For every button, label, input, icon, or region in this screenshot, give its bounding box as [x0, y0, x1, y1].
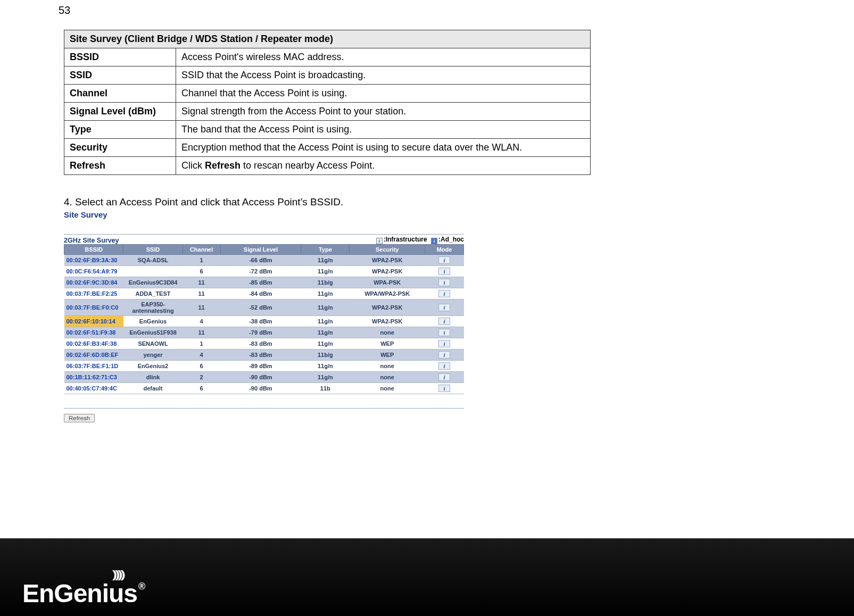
infrastructure-icon: i	[438, 268, 450, 275]
ssid-cell: default	[123, 383, 183, 394]
registered-mark: ®	[138, 581, 145, 592]
security-cell: WEP	[350, 338, 425, 349]
bssid-link[interactable]: 00:1B:11:62:71:C3	[64, 372, 123, 383]
legend-adhoc-text: :Ad_hoc	[438, 236, 464, 243]
type-cell: 11g/n	[301, 299, 350, 316]
wifi-icon: ))))	[112, 569, 123, 580]
bssid-link[interactable]: 00:03:7F:BE:F0:C0	[64, 299, 123, 316]
survey-column-header: SSID	[123, 245, 183, 255]
survey-row: 00:02:6F:51:F9:38EnGenius51F93811-79 dBm…	[64, 327, 464, 338]
security-cell: WPA-PSK	[350, 277, 425, 288]
type-cell: 11b/g	[301, 349, 350, 361]
infrastructure-icon: i	[438, 279, 450, 286]
channel-cell: 1	[183, 338, 220, 349]
ssid-cell: EnGenius51F938	[123, 327, 183, 338]
signal-cell: -85 dBm	[220, 277, 301, 288]
bssid-link[interactable]: 00:02:6F:6D:0B:EF	[64, 349, 123, 361]
ssid-cell: ADDA_TEST	[123, 288, 183, 299]
definitions-table: Site Survey (Client Bridge / WDS Station…	[64, 30, 591, 175]
engenius-logo: )))) EnGenius®	[22, 581, 145, 606]
type-cell: 11g/n	[301, 361, 350, 372]
bssid-link[interactable]: 00:03:7F:BE:F2:25	[64, 288, 123, 299]
infrastructure-icon: i	[438, 329, 450, 336]
infrastructure-icon: i	[438, 340, 450, 347]
type-cell: 11b	[301, 383, 350, 394]
mode-cell: i	[425, 361, 464, 372]
type-cell: 11b/g	[301, 277, 350, 288]
bssid-link[interactable]: 06:03:7F:BE:F1:1D	[64, 361, 123, 372]
divider	[64, 408, 464, 409]
infrastructure-icon: i	[438, 256, 450, 264]
security-cell: WEP	[350, 349, 425, 361]
signal-cell: -66 dBm	[220, 255, 301, 266]
survey-row: 00:1B:11:62:71:C3dlink2-90 dBm11g/nnonei	[64, 372, 464, 383]
infrastructure-icon: i	[438, 290, 450, 297]
survey-row: 06:03:7F:BE:F1:1DEnGenius26-89 dBm11g/nn…	[64, 361, 464, 372]
signal-cell: -84 dBm	[220, 288, 301, 299]
definitions-row: ChannelChannel that the Access Point is …	[64, 85, 591, 103]
type-cell: 11g/n	[301, 255, 350, 266]
type-cell: 11g/n	[301, 338, 350, 349]
security-cell: WPA/WPA2-PSK	[350, 288, 425, 299]
security-cell: WPA2-PSK	[350, 299, 425, 316]
type-cell: 11g/n	[301, 327, 350, 338]
step-instruction: 4. Select an Access Point and click that…	[64, 196, 795, 208]
survey-column-header: Security	[350, 245, 425, 255]
definition-key: Signal Level (dBm)	[64, 103, 176, 121]
survey-legend: i:Infrastructure i:Ad_hoc	[374, 236, 464, 244]
security-cell: WPA2-PSK	[350, 266, 425, 277]
channel-cell: 2	[183, 372, 220, 383]
definition-key: Channel	[64, 85, 176, 103]
definitions-title: Site Survey (Client Bridge / WDS Station…	[64, 30, 591, 48]
ssid-cell	[123, 266, 183, 277]
footer-bar: )))) EnGenius®	[0, 538, 854, 616]
definition-key: BSSID	[64, 48, 176, 66]
channel-cell: 6	[183, 361, 220, 372]
bssid-link[interactable]: 00:02:6F:B3:4F:38	[64, 338, 123, 349]
survey-column-header: Type	[301, 245, 350, 255]
ssid-cell: SQA-ADSL	[123, 255, 183, 266]
definitions-row: RefreshClick Refresh to rescan nearby Ac…	[64, 157, 591, 175]
ssid-cell: yenger	[123, 349, 183, 361]
definitions-row: SecurityEncryption method that the Acces…	[64, 139, 591, 157]
mode-cell: i	[425, 255, 464, 266]
mode-cell: i	[425, 327, 464, 338]
type-cell: 11g/n	[301, 372, 350, 383]
security-cell: none	[350, 361, 425, 372]
infrastructure-icon: i	[438, 304, 450, 311]
survey-table: BSSIDSSIDChannelSignal LevelTypeSecurity…	[64, 244, 464, 394]
survey-column-header: Signal Level	[220, 245, 301, 255]
channel-cell: 11	[183, 288, 220, 299]
definition-key: SSID	[64, 66, 176, 85]
signal-cell: -72 dBm	[220, 266, 301, 277]
ssid-cell: EnGenius	[123, 316, 183, 327]
mode-cell: i	[425, 277, 464, 288]
survey-row: 00:02:6F:6D:0B:EFyenger4-83 dBm11b/gWEPi	[64, 349, 464, 361]
bssid-link[interactable]: 00:02:6F:51:F9:38	[64, 327, 123, 338]
channel-cell: 11	[183, 277, 220, 288]
channel-cell: 11	[183, 327, 220, 338]
ssid-cell: dlink	[123, 372, 183, 383]
bssid-link[interactable]: 00:02:6F:10:10:14	[64, 316, 123, 327]
refresh-button[interactable]: Refresh	[64, 414, 95, 422]
signal-cell: -38 dBm	[220, 316, 301, 327]
survey-column-header: BSSID	[64, 245, 123, 255]
channel-cell: 4	[183, 316, 220, 327]
mode-cell: i	[425, 349, 464, 361]
bssid-link[interactable]: 00:02:6F:9C:3D:84	[64, 277, 123, 288]
definitions-row: TypeThe band that the Access Point is us…	[64, 121, 591, 139]
channel-cell: 4	[183, 349, 220, 361]
definitions-row: Signal Level (dBm)Signal strength from t…	[64, 103, 591, 121]
bssid-link[interactable]: 00:02:6F:B9:3A:30	[64, 255, 123, 266]
survey-row: 00:03:7F:BE:F0:C0EAP350-antennatesting11…	[64, 299, 464, 316]
infrastructure-icon: i	[438, 362, 450, 370]
signal-cell: -90 dBm	[220, 372, 301, 383]
bssid-link[interactable]: 00:0C:F6:54:A9:79	[64, 266, 123, 277]
definition-desc: Channel that the Access Point is using.	[176, 85, 591, 103]
signal-cell: -79 dBm	[220, 327, 301, 338]
mode-cell: i	[425, 383, 464, 394]
bssid-link[interactable]: 00:40:05:C7:49:4C	[64, 383, 123, 394]
ssid-cell: EAP350-antennatesting	[123, 299, 183, 316]
channel-cell: 6	[183, 383, 220, 394]
definitions-row: BSSIDAccess Point's wireless MAC address…	[64, 48, 591, 66]
